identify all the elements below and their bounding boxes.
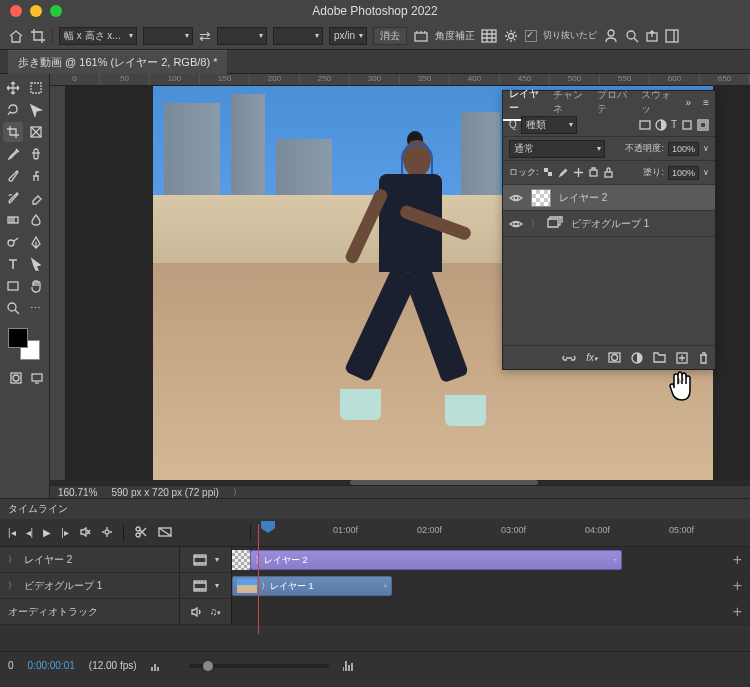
unit-dropdown[interactable]: px/in bbox=[329, 27, 367, 45]
visibility-icon[interactable] bbox=[509, 193, 523, 203]
panel-menu-icon[interactable]: ≡ bbox=[697, 97, 715, 108]
adjustment-layer-icon[interactable] bbox=[631, 352, 643, 364]
layer-name[interactable]: レイヤー 2 bbox=[559, 191, 607, 205]
go-to-first-frame-button[interactable]: |◂ bbox=[8, 527, 16, 538]
screen-mode-icon[interactable] bbox=[28, 368, 47, 388]
home-icon[interactable] bbox=[8, 29, 24, 43]
zoom-level[interactable]: 160.71% bbox=[58, 487, 97, 498]
timecode[interactable]: 0:00:00:01 bbox=[28, 660, 75, 671]
track-content[interactable]: 〉レイヤー 1▫ + bbox=[232, 573, 750, 598]
zoom-in-icon[interactable] bbox=[343, 661, 353, 671]
link-layers-icon[interactable] bbox=[562, 353, 576, 363]
lock-all-icon[interactable] bbox=[603, 167, 614, 178]
layer-mask-icon[interactable] bbox=[608, 352, 621, 363]
layer-item[interactable]: 〉 ビデオグループ 1 bbox=[503, 211, 715, 237]
add-media-button[interactable]: + bbox=[733, 577, 742, 595]
user-icon[interactable] bbox=[603, 28, 619, 44]
opacity-field[interactable]: 100% bbox=[668, 142, 699, 156]
workspace-icon[interactable] bbox=[665, 29, 679, 43]
gradient-tool[interactable] bbox=[3, 210, 23, 230]
layer-item[interactable]: レイヤー 2 bbox=[503, 185, 715, 211]
grid-overlay-icon[interactable] bbox=[481, 29, 497, 43]
edit-toolbar[interactable]: ⋯ bbox=[26, 298, 46, 318]
ratio-preset-dropdown[interactable]: 幅 x 高さ x... bbox=[59, 27, 137, 45]
eraser-tool[interactable] bbox=[26, 188, 46, 208]
swap-icon[interactable]: ⇄ bbox=[199, 28, 211, 44]
width-field[interactable] bbox=[143, 27, 193, 45]
blend-mode-dropdown[interactable]: 通常 bbox=[509, 140, 605, 158]
filter-adjust-icon[interactable] bbox=[655, 119, 667, 131]
move-tool[interactable] bbox=[3, 78, 23, 98]
marquee-tool[interactable] bbox=[26, 78, 46, 98]
type-tool[interactable] bbox=[3, 254, 23, 274]
track-content[interactable]: + bbox=[232, 599, 750, 624]
healing-tool[interactable] bbox=[26, 144, 46, 164]
fill-field[interactable]: 100% bbox=[668, 166, 699, 180]
path-select-tool[interactable] bbox=[26, 254, 46, 274]
hand-tool[interactable] bbox=[26, 276, 46, 296]
settings-gear-icon[interactable] bbox=[503, 28, 519, 44]
layer-thumbnail[interactable] bbox=[531, 189, 551, 207]
play-button[interactable]: ▶ bbox=[43, 527, 51, 538]
layer-fx-icon[interactable]: fx▾ bbox=[586, 352, 598, 363]
layer-group-icon[interactable] bbox=[653, 352, 666, 363]
panel-overflow-icon[interactable]: » bbox=[680, 97, 698, 108]
split-clip-button[interactable] bbox=[134, 525, 148, 541]
height-field[interactable] bbox=[217, 27, 267, 45]
share-icon[interactable] bbox=[645, 29, 659, 43]
dodge-tool[interactable] bbox=[3, 232, 23, 252]
clear-button[interactable]: 消去 bbox=[373, 27, 407, 45]
new-layer-icon[interactable] bbox=[676, 352, 688, 364]
lock-pixels-icon[interactable] bbox=[558, 167, 569, 178]
audio-mute-icon[interactable] bbox=[190, 606, 202, 618]
search-icon[interactable] bbox=[625, 29, 639, 43]
visibility-icon[interactable] bbox=[509, 219, 523, 229]
blur-tool[interactable] bbox=[26, 210, 46, 230]
window-zoom-button[interactable] bbox=[50, 5, 62, 17]
timeline-zoom-slider[interactable] bbox=[189, 664, 329, 668]
transition-button[interactable] bbox=[158, 526, 172, 540]
crop-tool[interactable] bbox=[3, 122, 23, 142]
document-tab[interactable]: 歩き動画 @ 161% (レイヤー 2, RGB/8) * bbox=[8, 50, 227, 74]
add-media-button[interactable]: + bbox=[733, 551, 742, 569]
track-label[interactable]: オーディオトラック bbox=[0, 599, 180, 624]
resolution-field[interactable] bbox=[273, 27, 323, 45]
frame-tool[interactable] bbox=[26, 122, 46, 142]
track-menu-icon[interactable]: ▾ bbox=[215, 581, 219, 590]
prev-frame-button[interactable]: ◂| bbox=[26, 527, 34, 538]
clone-tool[interactable] bbox=[26, 166, 46, 186]
zoom-tool[interactable] bbox=[3, 298, 23, 318]
track-label[interactable]: 〉レイヤー 2 bbox=[0, 547, 180, 572]
lasso-tool[interactable] bbox=[3, 100, 23, 120]
filter-type-icon[interactable]: T bbox=[671, 119, 677, 130]
selection-tool[interactable] bbox=[26, 100, 46, 120]
playhead[interactable] bbox=[261, 521, 275, 541]
add-media-button[interactable]: + bbox=[733, 603, 742, 621]
layer-filter-dropdown[interactable]: 種類 bbox=[521, 116, 577, 134]
window-close-button[interactable] bbox=[10, 5, 22, 17]
layer-name[interactable]: ビデオグループ 1 bbox=[571, 217, 649, 231]
music-note-icon[interactable]: ♫▾ bbox=[210, 606, 222, 617]
foreground-color-swatch[interactable] bbox=[8, 328, 28, 348]
crop-tool-icon[interactable] bbox=[30, 28, 46, 44]
mute-button[interactable] bbox=[79, 526, 91, 540]
filter-smart-icon[interactable] bbox=[697, 119, 709, 131]
track-media-icon[interactable] bbox=[193, 580, 207, 592]
lock-artboard-icon[interactable] bbox=[588, 167, 599, 178]
color-swatches[interactable] bbox=[8, 328, 40, 360]
contentaware-checkbox[interactable] bbox=[525, 30, 537, 42]
timeline-ruler[interactable]: 01:00f 02:00f 03:00f 04:00f 05:00f bbox=[261, 519, 742, 546]
next-frame-button[interactable]: |▸ bbox=[61, 527, 69, 538]
filter-shape-icon[interactable] bbox=[681, 119, 693, 131]
delete-layer-icon[interactable] bbox=[698, 352, 709, 364]
lock-transparency-icon[interactable] bbox=[543, 167, 554, 178]
track-content[interactable]: 〉レイヤー 2▫ + bbox=[232, 547, 750, 572]
video-clip[interactable]: 〉レイヤー 2▫ bbox=[250, 550, 622, 570]
quick-mask-icon[interactable] bbox=[7, 368, 26, 388]
straighten-icon[interactable] bbox=[413, 29, 429, 43]
track-media-icon[interactable] bbox=[193, 554, 207, 566]
horizontal-scrollbar[interactable] bbox=[50, 480, 750, 486]
pen-tool[interactable] bbox=[26, 232, 46, 252]
track-label[interactable]: 〉ビデオグループ 1 bbox=[0, 573, 180, 598]
eyedropper-tool[interactable] bbox=[3, 144, 23, 164]
